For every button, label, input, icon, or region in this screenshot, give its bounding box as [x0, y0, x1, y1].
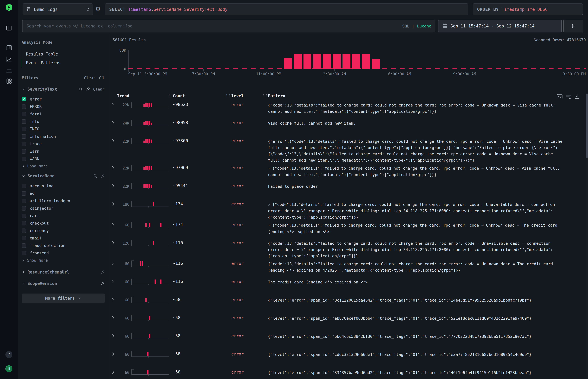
checkbox[interactable] — [22, 127, 26, 131]
checkbox[interactable] — [22, 221, 26, 225]
table-row[interactable]: 60 ~58 error {"level":"error","span_id":… — [109, 313, 588, 332]
col-count[interactable]: Count — [173, 94, 185, 98]
table-row[interactable]: 22K ~97360 error {"error":{"code":13,"de… — [109, 136, 588, 163]
filter-option[interactable]: checkout — [22, 220, 105, 227]
table-row[interactable]: 60 ~58 error {"level":"error","span_id":… — [109, 332, 588, 350]
select-query-box[interactable]: SELECT Timestamp , ServiceName , Severit… — [105, 3, 468, 15]
order-by-box[interactable]: ORDER BY TimestampTime DESC — [473, 3, 583, 15]
checkbox[interactable] — [22, 149, 26, 154]
table-row[interactable]: 24K ~98058 error Visa cache full: cannot… — [109, 118, 588, 136]
filter-option[interactable]: artillery-loadgen — [22, 197, 105, 205]
checkbox[interactable] — [22, 142, 26, 146]
mode-lucene[interactable]: Lucene — [417, 24, 431, 28]
checkbox[interactable] — [22, 229, 26, 233]
checkbox[interactable] — [22, 184, 26, 188]
scrollbar-thumb[interactable] — [586, 94, 588, 158]
download-icon[interactable] — [574, 94, 581, 100]
filter-option[interactable]: INFO — [22, 125, 105, 133]
filter-option[interactable]: ad — [22, 190, 105, 197]
dashboards-icon[interactable] — [6, 78, 13, 85]
dismiss-x-icon[interactable]: × — [268, 203, 270, 207]
column-drag-icon[interactable]: ⋮⋮ — [262, 94, 268, 98]
checkbox[interactable] — [22, 119, 26, 124]
checkbox[interactable] — [22, 134, 26, 139]
dismiss-x-icon[interactable]: × — [268, 223, 270, 227]
checkbox[interactable] — [22, 191, 26, 196]
column-drag-icon[interactable]: ⋮⋮ — [225, 94, 231, 98]
table-row[interactable]: 60 ~174 error ×{"code":13,"details":"fai… — [109, 220, 588, 238]
table-row[interactable]: 120 ~116 error {"code":13,"details":"fai… — [109, 238, 588, 259]
filter-option[interactable]: ERROR — [22, 103, 105, 110]
table-row[interactable]: 60 ~116 error The credit card (ending <*… — [109, 277, 588, 295]
service-group-header[interactable]: ServiceName — [22, 174, 105, 178]
filter-option[interactable]: error — [22, 95, 105, 103]
severity-clear[interactable]: Clear — [93, 87, 105, 92]
checkbox[interactable] — [22, 236, 26, 240]
table-row[interactable]: 60 ~116 error {"code":13,"details":"fail… — [109, 259, 588, 277]
mode-results-table[interactable]: Results Table — [22, 50, 105, 59]
mode-sql[interactable]: SQL — [402, 24, 409, 28]
help-button[interactable]: ? — [5, 351, 12, 358]
table-row[interactable]: 22K ~98523 error {"code":13,"details":"f… — [109, 100, 588, 118]
more-filters-button[interactable]: More filters — [22, 294, 105, 303]
filter-option[interactable]: accounting — [22, 182, 105, 190]
chart-icon[interactable] — [6, 56, 13, 63]
pin-icon[interactable] — [100, 270, 105, 274]
dataset-select[interactable]: Demo Logs — [23, 3, 93, 15]
column-drag-icon[interactable]: ⋮⋮ — [167, 94, 173, 98]
col-pattern[interactable]: Pattern — [268, 94, 285, 98]
run-query-button[interactable] — [563, 20, 583, 32]
filter-option[interactable]: frontend — [22, 249, 105, 257]
wrap-text-icon[interactable] — [565, 94, 572, 100]
mode-event-patterns[interactable]: Event Patterns — [22, 59, 105, 67]
search-icon[interactable] — [93, 174, 97, 178]
time-range-picker[interactable]: Sep 11 15:47:14 - Sep 12 15:47:14 — [438, 20, 562, 32]
search-icon[interactable] — [78, 87, 83, 91]
table-row[interactable]: 22K ~95441 error Failed to place order — [109, 181, 588, 200]
pin-icon[interactable] — [100, 281, 105, 285]
scrollbar[interactable] — [586, 94, 588, 379]
checkbox[interactable] — [22, 112, 26, 116]
filter-option[interactable]: WARN — [22, 155, 105, 162]
table-row[interactable]: 60 ~58 error {"level":"error","span_id":… — [109, 368, 588, 379]
severity-group-header[interactable]: SeverityText Clear — [22, 87, 105, 92]
checkbox[interactable] — [22, 157, 26, 161]
filter-option[interactable]: Information — [22, 133, 105, 140]
gear-icon[interactable]: ⚙ — [94, 5, 102, 14]
filter-option[interactable]: info — [22, 118, 105, 125]
service-show-more[interactable]: Show more — [22, 257, 105, 264]
severity-load-more[interactable]: Load more — [22, 162, 105, 170]
checkbox[interactable] — [22, 97, 26, 101]
checkbox[interactable] — [22, 199, 26, 203]
logs-icon[interactable] — [6, 44, 13, 51]
panel-toggle-icon[interactable] — [6, 25, 13, 32]
pin-icon[interactable] — [86, 87, 90, 91]
logo-icon[interactable] — [6, 3, 13, 11]
group-resourceschemaurl[interactable]: ResourceSchemaUrl — [22, 268, 105, 276]
group-scopeversion[interactable]: ScopeVersion — [22, 279, 105, 288]
checkbox[interactable] — [22, 243, 26, 248]
checkbox[interactable] — [22, 206, 26, 210]
sessions-icon[interactable] — [6, 67, 13, 75]
search-input[interactable] — [26, 24, 402, 29]
filter-option[interactable]: trace — [22, 140, 105, 148]
table-row[interactable]: 60 ~58 error {"level":"error","span_id":… — [109, 350, 588, 368]
table-row[interactable]: 180 ~174 error ×{"code":13,"details":"fa… — [109, 200, 588, 220]
clear-all-filters[interactable]: Clear all — [84, 76, 105, 80]
filter-option[interactable]: fraud-detection — [22, 242, 105, 249]
avatar[interactable]: U — [5, 365, 12, 372]
filter-option[interactable]: cart — [22, 212, 105, 220]
filter-option[interactable]: fatal — [22, 110, 105, 118]
filter-option[interactable]: cainjector — [22, 205, 105, 212]
code-view-icon[interactable] — [557, 94, 563, 100]
checkbox[interactable] — [22, 104, 26, 109]
checkbox[interactable] — [22, 251, 26, 255]
col-level[interactable]: level — [231, 94, 244, 98]
filter-option[interactable]: email — [22, 234, 105, 242]
filter-option[interactable]: warn — [22, 148, 105, 155]
table-row[interactable]: 22K ~97069 error ×{"code":13,"details":"… — [109, 163, 588, 181]
filter-option[interactable]: currency — [22, 227, 105, 234]
checkbox[interactable] — [22, 214, 26, 218]
dismiss-x-icon[interactable]: × — [268, 166, 270, 171]
table-row[interactable]: 60 ~58 error {"level":"error","span_id":… — [109, 295, 588, 313]
